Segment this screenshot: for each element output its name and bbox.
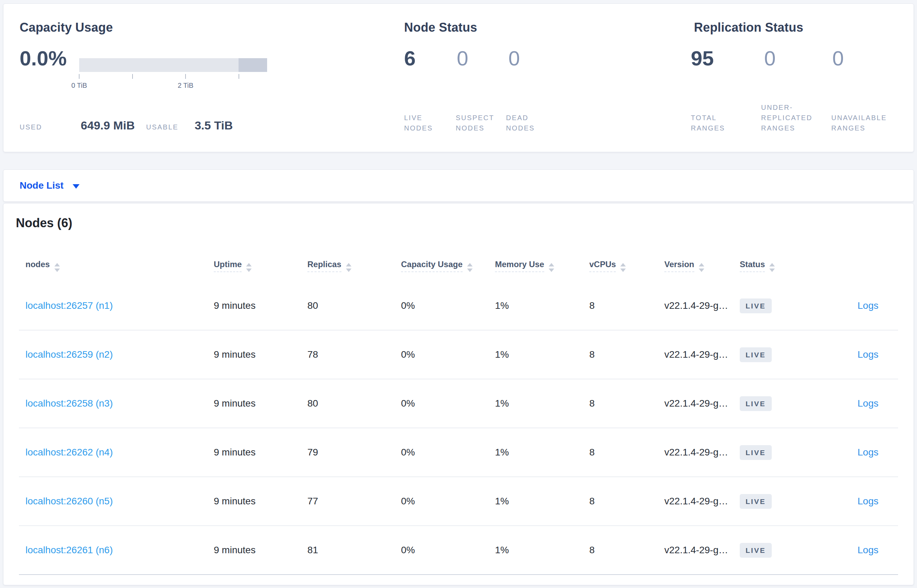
sort-icon — [246, 263, 252, 272]
column-header-memory-use[interactable]: Memory Use — [488, 260, 583, 272]
version-cell: v22.1.4-29-g… — [658, 349, 733, 360]
column-header-vcpus[interactable]: vCPUs — [583, 260, 658, 272]
node-link[interactable]: localhost:26259 (n2) — [26, 349, 113, 360]
suspect-nodes-count: 0 — [457, 47, 468, 70]
capacity-usage-title: Capacity Usage — [19, 20, 113, 35]
dead-nodes-count: 0 — [509, 47, 520, 70]
memory-cell: 1% — [488, 447, 583, 458]
node-list-dropdown[interactable]: Node List — [19, 170, 79, 201]
total-ranges-label: TOTALRANGES — [691, 113, 725, 133]
column-header-replicas[interactable]: Replicas — [301, 260, 394, 272]
status-badge: LIVE — [740, 494, 772, 509]
memory-cell: 1% — [488, 496, 583, 507]
uptime-cell: 9 minutes — [207, 398, 301, 409]
node-link[interactable]: localhost:26260 (n5) — [26, 496, 113, 506]
logs-link[interactable]: Logs — [857, 496, 878, 506]
logs-link[interactable]: Logs — [857, 447, 878, 457]
usable-label: USABLE — [146, 123, 178, 131]
capacity-cell: 0% — [394, 544, 488, 556]
node-link[interactable]: localhost:26257 (n1) — [26, 300, 113, 311]
live-nodes-count: 6 — [404, 47, 415, 70]
vcpus-cell: 8 — [583, 349, 658, 360]
uptime-cell: 9 minutes — [207, 496, 301, 507]
sort-icon — [467, 263, 473, 272]
table-row: localhost:26261 (n6) 9 minutes 81 0% 1% … — [19, 525, 898, 574]
replicas-cell: 80 — [301, 300, 394, 311]
uptime-cell: 9 minutes — [207, 447, 301, 458]
uptime-cell: 9 minutes — [207, 300, 301, 311]
status-badge: LIVE — [740, 299, 772, 313]
status-badge: LIVE — [740, 445, 772, 460]
logs-link[interactable]: Logs — [857, 544, 878, 555]
uptime-cell: 9 minutes — [207, 544, 301, 556]
capacity-cell: 0% — [394, 447, 488, 458]
memory-cell: 1% — [488, 300, 583, 311]
node-link[interactable]: localhost:26262 (n4) — [26, 447, 113, 457]
status-badge: LIVE — [740, 396, 772, 411]
vcpus-cell: 8 — [583, 496, 658, 507]
table-row: localhost:26260 (n5) 9 minutes 77 0% 1% … — [19, 477, 898, 525]
capacity-axis-tick — [239, 74, 239, 79]
cluster-summary-card: Capacity Usage 0.0% 0 TiB 2 TiB USED 649… — [3, 3, 914, 152]
table-row: localhost:26257 (n1) 9 minutes 80 0% 1% … — [19, 282, 898, 330]
logs-link[interactable]: Logs — [857, 349, 878, 360]
logs-link[interactable]: Logs — [857, 398, 878, 409]
column-header-status[interactable]: Status — [733, 260, 816, 272]
version-cell: v22.1.4-29-g… — [658, 447, 733, 458]
node-status-title: Node Status — [404, 20, 477, 35]
vcpus-cell: 8 — [583, 398, 658, 409]
column-header-capacity-usage[interactable]: Capacity Usage — [394, 260, 488, 272]
status-badge: LIVE — [740, 543, 772, 558]
chevron-down-icon — [73, 184, 79, 189]
sort-icon — [54, 263, 60, 272]
uptime-cell: 9 minutes — [207, 349, 301, 360]
column-header-nodes[interactable]: nodes — [19, 260, 207, 272]
version-cell: v22.1.4-29-g… — [658, 398, 733, 409]
sort-icon — [620, 263, 626, 272]
capacity-axis-label-2: 2 TiB — [178, 82, 194, 89]
unavailable-label: UNAVAILABLERANGES — [831, 113, 887, 133]
memory-cell: 1% — [488, 544, 583, 556]
replication-status-title: Replication Status — [694, 20, 803, 35]
vcpus-cell: 8 — [583, 300, 658, 311]
nodes-heading: Nodes (6) — [16, 216, 72, 230]
column-header-version[interactable]: Version — [658, 260, 733, 272]
capacity-cell: 0% — [394, 398, 488, 409]
version-cell: v22.1.4-29-g… — [658, 544, 733, 556]
capacity-bar — [79, 58, 267, 72]
version-cell: v22.1.4-29-g… — [658, 496, 733, 507]
used-label: USED — [19, 123, 42, 131]
replicas-cell: 81 — [301, 544, 394, 556]
vcpus-cell: 8 — [583, 447, 658, 458]
capacity-axis-label-0: 0 TiB — [71, 82, 87, 89]
replicas-cell: 79 — [301, 447, 394, 458]
memory-cell: 1% — [488, 398, 583, 409]
capacity-cell: 0% — [394, 300, 488, 311]
usable-value: 3.5 TiB — [194, 119, 233, 132]
capacity-percent: 0.0% — [19, 47, 67, 70]
used-value: 649.9 MiB — [81, 119, 135, 132]
under-replicated-count: 0 — [764, 47, 775, 70]
logs-link[interactable]: Logs — [857, 300, 878, 311]
table-body: localhost:26257 (n1) 9 minutes 80 0% 1% … — [19, 282, 898, 575]
capacity-axis-tick — [79, 74, 79, 79]
dead-nodes-label: DEADNODES — [506, 113, 535, 133]
table-row: localhost:26259 (n2) 9 minutes 78 0% 1% … — [19, 330, 898, 379]
sort-icon — [699, 263, 704, 272]
capacity-axis-tick — [132, 74, 133, 79]
total-ranges-count: 95 — [691, 47, 714, 70]
suspect-nodes-label: SUSPECTNODES — [456, 113, 494, 133]
node-link[interactable]: localhost:26258 (n3) — [26, 398, 113, 409]
node-link[interactable]: localhost:26261 (n6) — [26, 544, 113, 555]
column-header-uptime[interactable]: Uptime — [207, 260, 301, 272]
memory-cell: 1% — [488, 349, 583, 360]
table-row: localhost:26262 (n4) 9 minutes 79 0% 1% … — [19, 428, 898, 477]
table-row: localhost:26258 (n3) 9 minutes 80 0% 1% … — [19, 379, 898, 428]
live-nodes-label: LIVENODES — [404, 113, 433, 133]
view-selector-bar: Node List — [3, 170, 914, 202]
unavailable-count: 0 — [832, 47, 844, 70]
nodes-table: nodes Uptime Replicas Capacity Usage Mem… — [19, 250, 898, 575]
sort-icon — [549, 263, 554, 272]
version-cell: v22.1.4-29-g… — [658, 300, 733, 311]
capacity-bar-reserved-segment — [239, 58, 267, 72]
